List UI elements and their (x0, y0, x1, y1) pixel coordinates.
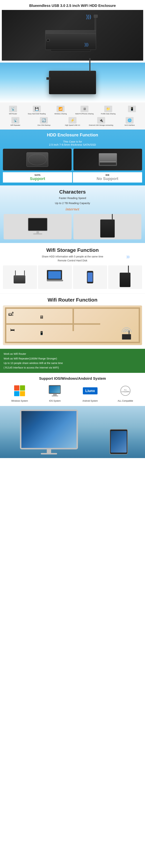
enclosure-top (45, 30, 96, 34)
nas-antenna: ))) (112, 214, 113, 220)
tablet-screen (111, 431, 127, 453)
nas-device-antenna: ))) (128, 266, 129, 273)
characters-line1: Faster Reading Speed (4, 196, 141, 200)
win-pane-green (20, 385, 25, 391)
all-label: ALL Compatible (118, 400, 133, 402)
router-device-box (3, 266, 37, 289)
phone-device-box (73, 266, 107, 289)
wifi-storage-section: Wifi Storage Function Share HDD Informat… (0, 243, 145, 293)
wifi-storage-images: ))) (3, 266, 142, 289)
hdd-comparison (3, 149, 142, 170)
internet-logo: internet (4, 207, 141, 212)
imac-stand-base (33, 234, 42, 235)
wireless-sharing-label: Wireless Sharing (54, 113, 67, 115)
floor-phone: 📱 (39, 331, 44, 335)
wifi-router-section: Wifi Router Function 🛋 🖥 🛏 📱 (0, 293, 145, 349)
characters-line2: Up to 2 TB Reading Capacity (4, 201, 141, 205)
product-antenna: ))) (89, 58, 90, 71)
feature-item-usb-storage: 🔌 External USB Storage connecting (88, 117, 115, 126)
hdd-image-left (3, 149, 71, 170)
mac-screen (49, 385, 61, 394)
win-pane-blue (14, 391, 20, 396)
enclosure-body (45, 33, 96, 50)
big-imac-stand-base (41, 453, 57, 455)
sata-support-box: SATA Support (3, 172, 72, 183)
liunx-badge: Liunx (83, 387, 97, 394)
wifi-router-label: Wifi Router (9, 113, 17, 115)
features-grid-row1: 📡 Wifi Router 💾 Easy Hard Disk Reading 📶… (2, 106, 143, 115)
support-section: Support IOS/Windows/Andoird System Windo… (0, 373, 145, 406)
mac-logo (49, 385, 61, 397)
laptop-screen (47, 270, 62, 280)
characters-title: Characters (4, 189, 141, 195)
characters-section: Characters Faster Reading Speed Up to 2 … (0, 185, 145, 243)
feature-list-item-2: Work as Wifi Repeater(1000M Range Strong… (4, 356, 141, 361)
wifi-storage-title: Wifi Storage Function (3, 247, 142, 253)
ide-support-box: IDE No Support (73, 172, 142, 183)
router-antenna-left (15, 271, 16, 276)
feature-item-profile-sharing: 📁 Profile Data Sharing (97, 106, 119, 115)
wifi-router-title: Wifi Router Function (3, 297, 142, 303)
nas-device-box: ))) (108, 266, 142, 289)
support-images: Windows System IOS System Liunx Android … (3, 383, 142, 402)
profile-sharing-label: Profile Data Sharing (101, 113, 116, 115)
feature-list-item-1: Work as Wifi Router (4, 352, 141, 356)
big-imac-stand-neck (47, 450, 51, 453)
usb-port (47, 39, 50, 41)
usb3-icon: ⚡ (68, 117, 77, 124)
mac-base (52, 396, 58, 396)
sata-connector-illustration (99, 153, 117, 166)
floor-furniture-2: 🖥 (39, 315, 44, 320)
support-title: Support IOS/Windows/Andoird System (3, 376, 142, 381)
wifi-router-icon: 📡 (9, 106, 17, 112)
product-view-section: ))) (0, 63, 145, 102)
floor-plan: 🛋 🖥 🛏 📱 (3, 305, 142, 345)
feature-item-wifi-router: 📡 Wifi Router (2, 106, 24, 115)
nas-device-wifi: ))) (126, 255, 129, 258)
support-labels: SATA Support IDE No Support (3, 172, 142, 183)
nas-label: NAS Interface (124, 124, 135, 126)
multi-sharing-icon: 🖥 (81, 106, 88, 112)
feature-item-extra: 📱 (121, 106, 143, 115)
win-pane-yellow (20, 391, 25, 396)
bottom-imac-section (0, 406, 145, 458)
features-section: 📡 Wifi Router 💾 Easy Hard Disk Reading 📶… (0, 102, 145, 129)
imac-illustration (27, 218, 49, 236)
feature-item-nas: 🌐 NAS Interface (116, 117, 143, 126)
router-antenna-right (24, 271, 25, 276)
usb3-label: High Speed USB 3.0 (65, 124, 80, 126)
extra-icon: 📱 (128, 106, 136, 112)
feature-item-wireless-sharing: 📶 Wireless Sharing (50, 106, 72, 115)
windows-support-item: Windows System (3, 383, 36, 402)
feature-item-backup: 🔄 One Click Backup (30, 117, 58, 126)
phone-illustration (87, 271, 93, 283)
all-support-item: ALLCompatible ALL Compatible (109, 383, 142, 402)
usb-storage-icon: 🔌 (97, 117, 105, 124)
characters-imac-image (4, 214, 71, 239)
wall-vertical (72, 307, 74, 331)
android-label: Android System (83, 400, 98, 402)
hdd-reading-icon: 💾 (33, 106, 41, 112)
usb-storage-label: External USB Storage connecting (89, 124, 113, 126)
ios-icon-box (38, 383, 72, 398)
big-imac (4, 410, 94, 455)
wifi-signal-icon: ))) (85, 14, 92, 19)
imac-screen (28, 218, 48, 231)
sata-type-label: SATA (4, 174, 71, 176)
hero-section: Blueendless USB 3.0 2.5 inch WiFi HDD En… (0, 0, 145, 63)
features-list-section: Work as Wifi Router Work as Wifi Repeate… (0, 349, 145, 373)
hero-image: ))) (2, 10, 143, 61)
product-usb-port (47, 77, 50, 80)
product-box: ))) (49, 71, 96, 94)
feature-item-repeater: 📡 Wifi Repeater (2, 117, 29, 126)
ide-status: No Support (74, 176, 141, 181)
wall-horizontal (5, 323, 100, 325)
all-icon-box: ALLCompatible (109, 383, 142, 398)
tablet-illustration (96, 429, 141, 455)
tablet-body (110, 429, 128, 455)
case-desc: This Case is for 2.5 inch 7-9.5mm thickn… (3, 140, 142, 146)
laptop-base (47, 280, 63, 281)
nas-illustration: ))) (100, 219, 115, 238)
backup-label: One Click Backup (37, 124, 51, 126)
feature-item-hdd-reading: 💾 Easy Hard Disk Reading (26, 106, 48, 115)
